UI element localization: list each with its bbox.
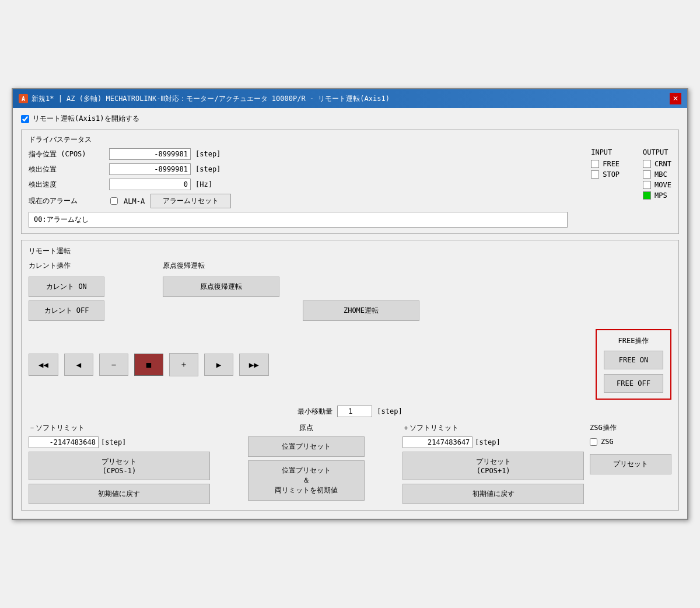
plus-limit-unit: [step] — [475, 438, 500, 446]
free-off-button[interactable]: FREE OFF — [604, 374, 663, 393]
detect-speed-row: 検出速度 [Hz] — [29, 179, 568, 190]
plus-preset-button[interactable]: プリセット (CPOS+1) — [402, 452, 584, 480]
alarm-text-box: 00:アラームなし — [29, 212, 568, 228]
origin-title: 原点 — [299, 423, 313, 433]
main-window: A 新規1* | AZ (多軸) MECHATROLINK-Ⅲ対応：モーター/ア… — [12, 88, 688, 520]
minus-preset-button[interactable]: プリセット (CPOS-1) — [29, 452, 210, 480]
stop-input-item: STOP — [591, 170, 620, 179]
plus-limit-title: ＋ソフトリミット — [402, 423, 584, 433]
move-output-item: MOVE — [643, 181, 671, 189]
alarm-reset-button[interactable]: アラームリセット — [150, 194, 231, 208]
mps-output-label: MPS — [654, 191, 667, 200]
start-checkbox[interactable] — [21, 115, 29, 123]
input-group: INPUT FREE STOP — [591, 148, 620, 228]
command-pos-unit: [step] — [195, 150, 220, 158]
detect-pos-unit: [step] — [195, 165, 220, 173]
move-output-label: MOVE — [654, 181, 671, 189]
forward-fast-button[interactable]: ▶▶ — [239, 354, 269, 376]
minus-limit-title: －ソフトリミット — [29, 423, 210, 433]
mbc-output-checkbox — [643, 170, 651, 179]
command-pos-input[interactable] — [109, 148, 191, 160]
io-panel: INPUT FREE STOP OUTPUT — [591, 148, 671, 228]
forward-button[interactable]: ▶ — [204, 354, 233, 376]
alm-a-label: ALM-A — [124, 197, 145, 205]
detect-speed-label: 検出速度 — [29, 180, 104, 190]
minus-limit-value-row: [step] — [29, 436, 210, 448]
zsg-title: ZSG操作 — [590, 423, 671, 433]
stop-input-label: STOP — [603, 170, 620, 179]
min-move-row: 最小移動量 [step] — [29, 406, 671, 417]
app-icon: A — [19, 94, 28, 103]
free-input-checkbox — [591, 160, 599, 168]
minus-reset-button[interactable]: 初期値に戻す — [29, 484, 210, 504]
mps-output-item: MPS — [643, 191, 671, 200]
crnt-output-label: CRNT — [654, 160, 671, 168]
free-panel-title: FREE操作 — [604, 336, 663, 346]
zsg-label: ZSG — [601, 438, 614, 446]
plus-button[interactable]: ＋ — [169, 353, 198, 376]
bottom-row: －ソフトリミット [step] プリセット (CPOS-1) 初期値に戻す 原点… — [29, 423, 671, 504]
plus-limit-section: ＋ソフトリミット [step] プリセット (CPOS+1) 初期値に戻す — [402, 423, 584, 504]
status-grid: 指令位置 (CPOS) [step] 検出位置 [step] 検出速度 — [29, 148, 671, 228]
minus-button[interactable]: − — [99, 354, 128, 376]
crnt-output-checkbox — [643, 160, 651, 168]
output-group: OUTPUT CRNT MBC MOVE — [643, 148, 671, 228]
remote-top-row: カレント操作 カレント ON カレント OFF 原点復帰運転 原点復帰運転 ZH… — [29, 261, 671, 321]
pos-preset-button[interactable]: 位置プリセット — [248, 436, 365, 457]
free-on-button[interactable]: FREE ON — [604, 351, 663, 369]
remote-title: リモート運転 — [29, 246, 671, 256]
origin-section: 原点 位置プリセット 位置プリセット ＆ 両リミットを初期値 — [216, 423, 397, 501]
current-op-title: カレント操作 — [29, 261, 104, 271]
zhome-spacer — [303, 286, 419, 295]
free-panel: FREE操作 FREE ON FREE OFF — [596, 329, 671, 400]
move-output-checkbox — [643, 181, 651, 189]
close-button[interactable]: ✕ — [670, 93, 681, 104]
driver-status-section: ドライバステータス 指令位置 (CPOS) [step] 検出位置 [step] — [21, 130, 679, 234]
zsg-preset-button[interactable]: プリセット — [590, 454, 671, 474]
home-op-title: 原点復帰運転 — [163, 261, 279, 271]
remote-section: リモート運転 カレント操作 カレント ON カレント OFF 原点復帰運転 原点… — [21, 240, 679, 511]
current-on-button[interactable]: カレント ON — [29, 277, 104, 297]
zsg-checkbox[interactable] — [590, 438, 597, 446]
zhome-section: ZHOME運転 — [303, 261, 419, 321]
output-title: OUTPUT — [643, 148, 671, 156]
input-title: INPUT — [591, 148, 620, 156]
mbc-output-item: MBC — [643, 170, 671, 179]
detect-speed-input[interactable] — [109, 179, 191, 190]
current-op-section: カレント操作 カレント ON カレント OFF — [29, 261, 104, 321]
start-checkbox-label: リモート運転(Axis1)を開始する — [33, 114, 139, 124]
min-move-label: 最小移動量 — [298, 407, 332, 417]
detect-speed-unit: [Hz] — [195, 180, 212, 188]
plus-reset-button[interactable]: 初期値に戻す — [402, 484, 584, 504]
detect-pos-row: 検出位置 [step] — [29, 163, 568, 175]
title-bar-left: A 新規1* | AZ (多軸) MECHATROLINK-Ⅲ対応：モーター/ア… — [19, 94, 390, 104]
detect-pos-input[interactable] — [109, 163, 191, 175]
free-input-label: FREE — [603, 160, 620, 168]
home-return-button[interactable]: 原点復帰運転 — [163, 277, 279, 297]
alm-a-checkbox[interactable] — [110, 197, 118, 205]
window-body: リモート運転(Axis1)を開始する ドライバステータス 指令位置 (CPOS)… — [13, 108, 687, 519]
command-pos-label: 指令位置 (CPOS) — [29, 149, 104, 159]
stop-button[interactable]: ■ — [134, 354, 163, 376]
driver-status-title: ドライバステータス — [29, 135, 671, 145]
home-op-section: 原点復帰運転 原点復帰運転 — [163, 261, 279, 321]
control-buttons-row: ◀◀ ◀ − ■ ＋ ▶ ▶▶ FREE操作 FREE ON FREE OFF — [29, 329, 671, 400]
crnt-output-item: CRNT — [643, 160, 671, 168]
zhome-button[interactable]: ZHOME運転 — [303, 300, 419, 321]
plus-limit-input[interactable] — [402, 436, 473, 448]
rewind-button[interactable]: ◀ — [64, 354, 93, 376]
minus-limit-section: －ソフトリミット [step] プリセット (CPOS-1) 初期値に戻す — [29, 423, 210, 504]
start-checkbox-row: リモート運転(Axis1)を開始する — [21, 114, 679, 124]
pos-preset-both-button[interactable]: 位置プリセット ＆ 両リミットを初期値 — [248, 460, 365, 501]
free-input-item: FREE — [591, 160, 620, 168]
current-off-button[interactable]: カレント OFF — [29, 300, 104, 321]
min-move-input[interactable] — [337, 406, 372, 417]
min-move-unit: [step] — [377, 407, 402, 415]
minus-limit-input[interactable] — [29, 436, 99, 448]
detect-pos-label: 検出位置 — [29, 165, 104, 174]
window-title: 新規1* | AZ (多軸) MECHATROLINK-Ⅲ対応：モーター/アクチ… — [32, 94, 390, 104]
plus-limit-value-row: [step] — [402, 436, 584, 448]
alarm-row: 現在のアラーム ALM-A アラームリセット — [29, 194, 568, 208]
zsg-panel: ZSG操作 ZSG プリセット — [590, 423, 671, 474]
rewind-fast-button[interactable]: ◀◀ — [29, 354, 58, 376]
